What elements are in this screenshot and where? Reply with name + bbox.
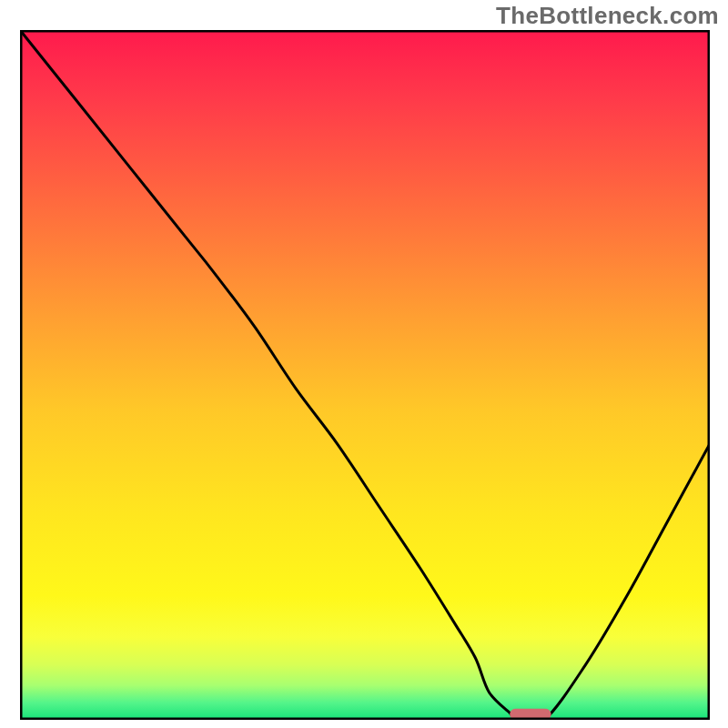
gradient-background [20,30,710,720]
chart-stage: TheBottleneck.com [0,0,728,728]
watermark-text: TheBottleneck.com [496,2,719,30]
plot-frame [20,30,710,720]
bottleneck-chart [20,30,710,720]
